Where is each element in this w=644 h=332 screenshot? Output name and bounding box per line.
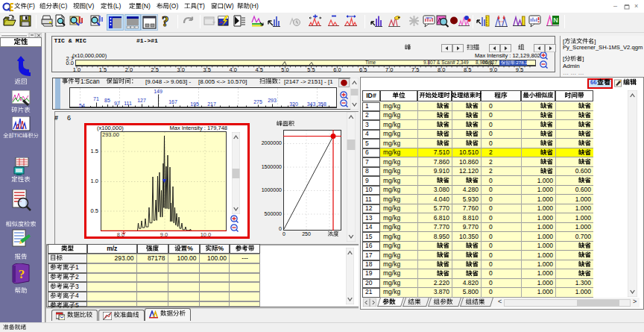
svg-text:mg/kg: mg/kg <box>383 242 400 249</box>
svg-text:---: --- <box>242 254 248 262</box>
svg-text:8.810: 8.810 <box>463 214 479 222</box>
svg-text:4.040: 4.040 <box>434 195 450 203</box>
svg-text:4.0: 4.0 <box>229 66 236 73</box>
svg-text:mg/kg: mg/kg <box>383 195 400 203</box>
svg-text:1.000: 1.000 <box>575 195 592 203</box>
svg-text:1.000: 1.000 <box>537 204 554 212</box>
svg-text:ID#: ID# <box>366 92 376 99</box>
svg-text:Admin: Admin <box>563 63 580 69</box>
svg-text:mg/kg: mg/kg <box>383 111 400 119</box>
svg-text:15: 15 <box>365 233 373 240</box>
svg-text:3.5: 3.5 <box>203 66 211 73</box>
svg-text:5.930: 5.930 <box>463 195 479 203</box>
svg-text:5.770: 5.770 <box>434 204 450 212</box>
svg-text:293.00: 293.00 <box>115 254 134 262</box>
svg-text:1.000: 1.000 <box>575 204 592 212</box>
svg-text:19: 19 <box>365 269 373 277</box>
svg-text:mg/kg: mg/kg <box>383 260 400 268</box>
svg-text:5.5: 5.5 <box>307 66 315 73</box>
svg-text:0: 0 <box>489 140 493 147</box>
svg-text:0: 0 <box>489 233 493 240</box>
svg-text:293.00: 293.00 <box>102 131 119 138</box>
svg-text:0: 0 <box>489 251 493 259</box>
svg-text:mg/kg: mg/kg <box>383 251 400 259</box>
svg-text:1: 1 <box>75 263 79 271</box>
svg-text:10.510: 10.510 <box>459 148 479 156</box>
svg-text:mg/kg: mg/kg <box>383 177 400 184</box>
svg-text:1.000: 1.000 <box>537 214 554 222</box>
svg-text:0: 0 <box>489 186 493 193</box>
svg-text:1.5: 1.5 <box>99 66 107 73</box>
svg-text:8.5: 8.5 <box>464 66 471 73</box>
svg-text:9.5: 9.5 <box>516 66 523 73</box>
svg-text:7.760: 7.760 <box>463 204 479 212</box>
svg-text:mg/kg: mg/kg <box>383 130 400 137</box>
svg-text:2.220: 2.220 <box>434 279 450 286</box>
svg-text:111: 111 <box>124 101 132 106</box>
svg-text:0: 0 <box>489 195 493 203</box>
svg-text:12: 12 <box>365 204 373 212</box>
svg-text:9.0: 9.0 <box>160 231 168 238</box>
svg-text:10.350: 10.350 <box>459 233 479 240</box>
svg-text:97: 97 <box>114 101 120 106</box>
svg-text:(C): (C) <box>59 2 68 10</box>
svg-text:8.0: 8.0 <box>438 66 445 73</box>
svg-text:TIC: TIC <box>14 132 23 139</box>
svg-text:2: 2 <box>489 148 493 156</box>
svg-text:66: 66 <box>590 78 597 86</box>
svg-text:6.0: 6.0 <box>333 66 341 73</box>
svg-text:[8.005 <-> 10.570]: [8.005 <-> 10.570] <box>198 78 247 85</box>
svg-text:mg/kg: mg/kg <box>383 269 400 277</box>
svg-text:6.5: 6.5 <box>359 66 367 73</box>
svg-text:%: % <box>218 245 224 252</box>
svg-text:mg/kg: mg/kg <box>383 279 400 286</box>
svg-text:[2147 -> 2151] - [1: [2147 -> 2151] - [1 <box>284 78 333 85</box>
svg-text:3.080: 3.080 <box>434 186 450 193</box>
svg-text:1.000: 1.000 <box>575 214 592 222</box>
svg-text:1.000: 1.000 <box>537 223 554 231</box>
svg-text:5: 5 <box>75 301 79 309</box>
svg-text:9.910: 9.910 <box>434 167 450 175</box>
svg-text:(N): (N) <box>142 2 151 10</box>
svg-text:(x10,000,000): (x10,000,000) <box>72 52 107 59</box>
svg-text:mg/kg: mg/kg <box>383 140 400 147</box>
svg-text:5.800: 5.800 <box>463 288 479 295</box>
svg-text:0.0: 0.0 <box>66 60 74 66</box>
svg-text:mg/kg: mg/kg <box>383 186 400 193</box>
svg-text:2: 2 <box>489 167 493 175</box>
svg-text:1.0: 1.0 <box>91 178 98 184</box>
svg-text:293: 293 <box>268 98 277 103</box>
svg-text:mg/kg: mg/kg <box>383 167 400 175</box>
svg-text:18: 18 <box>365 260 373 268</box>
svg-text:2.5: 2.5 <box>151 66 159 73</box>
svg-text:1.5: 1.5 <box>91 148 98 154</box>
svg-text:1.000: 1.000 <box>537 279 554 286</box>
svg-text:mg/kg: mg/kg <box>383 223 400 231</box>
svg-text:8: 8 <box>365 167 369 175</box>
svg-text:1.000: 1.000 <box>537 177 554 184</box>
svg-text:9.0: 9.0 <box>490 66 497 73</box>
svg-text:1.000: 1.000 <box>575 288 592 295</box>
svg-text:6.810: 6.810 <box>434 214 450 222</box>
svg-text:0: 0 <box>489 102 493 110</box>
svg-text:5.0: 5.0 <box>281 66 288 73</box>
svg-text:TIC & MIC: TIC & MIC <box>54 37 86 44</box>
svg-text:0: 0 <box>489 204 493 212</box>
svg-text:#1->#1: #1->#1 <box>136 37 158 44</box>
svg-text::278.13: :278.13 <box>515 60 531 65</box>
svg-text:4: 4 <box>365 130 369 137</box>
svg-text:… … …: … … … <box>563 69 584 76</box>
svg-text:mg/kg: mg/kg <box>383 102 400 110</box>
svg-text:7: 7 <box>365 158 369 166</box>
svg-text:1.000: 1.000 <box>537 288 554 295</box>
svg-text:1.000: 1.000 <box>575 223 592 231</box>
svg-text:217: 217 <box>207 101 216 107</box>
svg-text:7.860: 7.860 <box>434 158 450 166</box>
svg-text:0: 0 <box>489 223 493 231</box>
svg-text:mg/kg: mg/kg <box>383 214 400 222</box>
svg-text:mg/kg: mg/kg <box>383 121 400 128</box>
svg-text:mg/kg: mg/kg <box>383 288 400 295</box>
svg-text:7.5: 7.5 <box>411 66 419 73</box>
svg-text:6: 6 <box>67 114 71 122</box>
svg-text:320: 320 <box>289 101 298 107</box>
